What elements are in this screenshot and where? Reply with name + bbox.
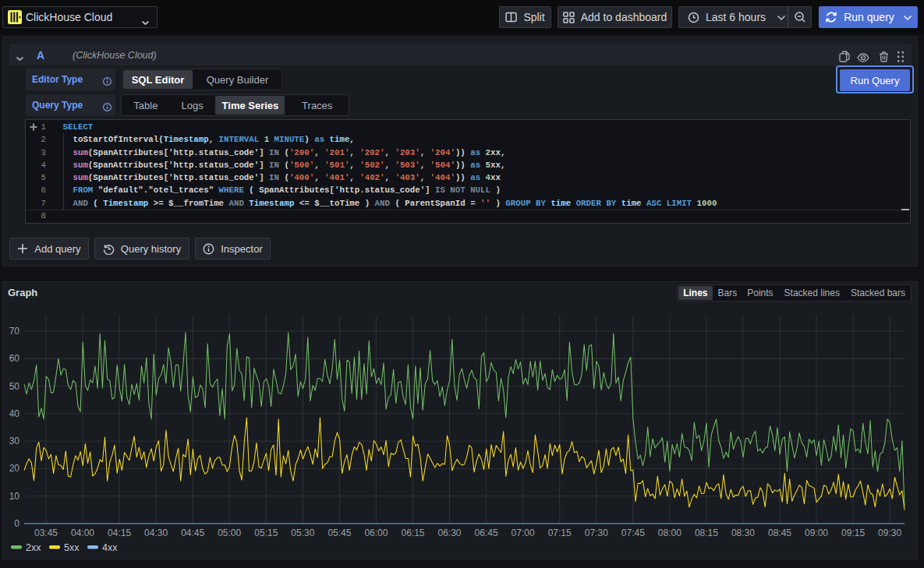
svg-text:4xx: 4xx [102,542,118,553]
svg-text:5xx: 5xx [64,542,80,553]
svg-text:2xx: 2xx [26,542,41,553]
